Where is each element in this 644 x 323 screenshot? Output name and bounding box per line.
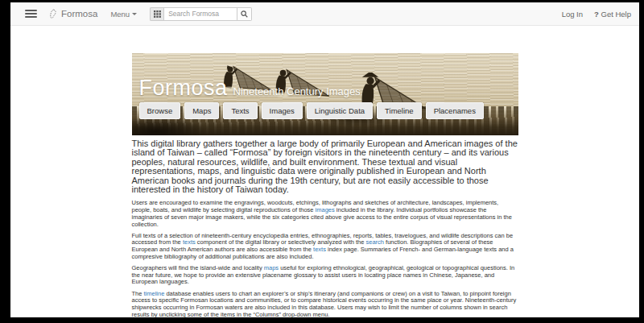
lead-paragraph: This digital library gathers together a …: [132, 139, 518, 194]
hero-nav-button-images[interactable]: Images: [262, 102, 303, 119]
paragraph-text: Geographers will find the island-wide an…: [132, 264, 264, 271]
inline-link-images[interactable]: images: [316, 206, 335, 213]
hero-nav-button-texts[interactable]: Texts: [223, 102, 257, 119]
paragraph-text: This digital library gathers together a …: [132, 139, 518, 194]
hero-subtitle: Nineteenth Century Images: [233, 85, 361, 97]
brand-label: Formosa: [61, 9, 97, 19]
hamburger-menu-icon[interactable]: [25, 10, 37, 18]
content-column: FormosaNineteenth Century Images BrowseM…: [132, 53, 518, 317]
hero-nav-button-maps[interactable]: Maps: [184, 102, 219, 119]
search-button[interactable]: [237, 7, 252, 21]
hero-nav-button-timeline[interactable]: Timeline: [377, 102, 422, 119]
grid-icon: [154, 10, 161, 18]
island-logo-icon: [48, 9, 58, 19]
hero-nav-button-linguistic-data[interactable]: Linguistic Data: [307, 102, 373, 119]
brand-link[interactable]: Formosa: [48, 9, 97, 19]
top-navbar: Formosa Menu: [10, 2, 639, 26]
menu-label: Menu: [110, 10, 130, 19]
search-input[interactable]: [163, 7, 237, 21]
search-icon: [241, 10, 248, 18]
question-icon: ?: [594, 10, 599, 19]
paragraph-text: database enables users to chart an explo…: [132, 290, 517, 317]
inline-link-timeline[interactable]: timeline: [144, 290, 165, 297]
inline-link-maps[interactable]: maps: [264, 264, 279, 271]
get-help-link[interactable]: ? Get Help: [594, 10, 631, 19]
hero-banner: FormosaNineteenth Century Images BrowseM…: [132, 53, 518, 135]
body-paragraph: Users are encouraged to examine the engr…: [132, 200, 518, 228]
inline-link-texts[interactable]: texts: [313, 246, 326, 253]
paragraph-text: component of the digital library or sele…: [196, 238, 366, 246]
hero-nav-button-placenames[interactable]: Placenames: [426, 102, 484, 119]
body-paragraph: Geographers will find the island-wide an…: [132, 265, 518, 286]
body-paragraph: Full texts of a selection of nineteenth-…: [132, 233, 518, 261]
paragraph-text: The: [132, 290, 144, 297]
navbar-right: Log In ? Get Help: [562, 10, 631, 19]
hero-title-block: FormosaNineteenth Century Images: [139, 76, 361, 101]
get-help-label: Get Help: [601, 10, 632, 19]
hero-nav: BrowseMapsTextsImagesLinguistic DataTime…: [139, 102, 484, 119]
menu-dropdown[interactable]: Menu: [110, 10, 137, 19]
log-in-link[interactable]: Log In: [562, 10, 583, 19]
inline-link-texts[interactable]: texts: [183, 238, 196, 246]
hero-title: Formosa: [139, 76, 228, 100]
browser-viewport: Formosa Menu: [10, 2, 639, 317]
caret-down-icon: [132, 13, 137, 15]
intro-text: This digital library gathers together a …: [132, 139, 518, 317]
inline-link-search[interactable]: search: [366, 238, 385, 246]
hero-nav-button-browse[interactable]: Browse: [139, 102, 181, 119]
grid-view-button[interactable]: [150, 7, 163, 21]
body-paragraph: The timeline database enables users to c…: [132, 291, 518, 317]
search-group: [150, 7, 252, 21]
